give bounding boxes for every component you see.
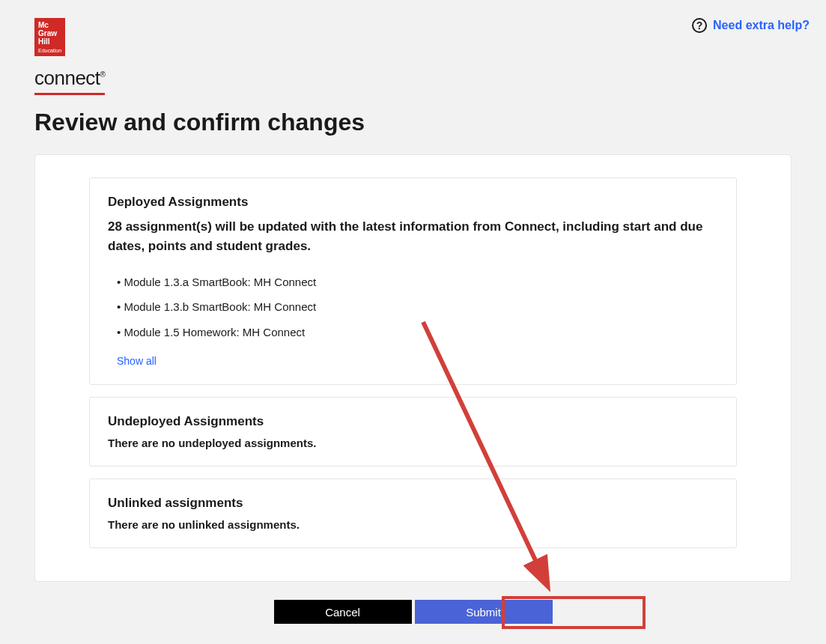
cancel-button[interactable]: Cancel	[274, 600, 412, 624]
header-row: McGrawHillEducation connect® ? Need extr…	[0, 0, 826, 109]
deployed-title: Deployed Assignments	[108, 195, 718, 210]
deployed-assignments-card: Deployed Assignments 28 assignment(s) wi…	[89, 177, 737, 385]
undeployed-empty: There are no undeployed assignments.	[108, 437, 718, 449]
button-row: Cancel Submit	[0, 600, 826, 624]
deployed-description: 28 assignment(s) will be updated with th…	[108, 217, 718, 257]
submit-button[interactable]: Submit	[415, 600, 553, 624]
undeployed-assignments-card: Undeployed Assignments There are no unde…	[89, 397, 737, 467]
undeployed-title: Undeployed Assignments	[108, 414, 718, 429]
list-item: Module 1.3.a SmartBook: MH Connect	[117, 275, 718, 290]
deployed-list: Module 1.3.a SmartBook: MH Connect Modul…	[108, 275, 718, 340]
main-panel: Deployed Assignments 28 assignment(s) wi…	[34, 154, 792, 582]
help-icon: ?	[692, 18, 707, 33]
show-all-link[interactable]: Show all	[108, 355, 157, 367]
mcgraw-hill-logo: McGrawHillEducation	[34, 18, 65, 56]
list-item: Module 1.5 Homework: MH Connect	[117, 325, 718, 340]
help-label: Need extra help?	[713, 19, 810, 32]
unlinked-title: Unlinked assignments	[108, 496, 718, 511]
unlinked-assignments-card: Unlinked assignments There are no unlink…	[89, 479, 737, 548]
unlinked-empty: There are no unlinked assignments.	[108, 518, 718, 531]
page-title: Review and confirm changes	[0, 109, 826, 136]
logo-block: McGrawHillEducation connect®	[34, 18, 105, 109]
connect-brand: connect®	[34, 67, 105, 95]
list-item: Module 1.3.b SmartBook: MH Connect	[117, 300, 718, 315]
help-link[interactable]: ? Need extra help?	[692, 18, 810, 33]
